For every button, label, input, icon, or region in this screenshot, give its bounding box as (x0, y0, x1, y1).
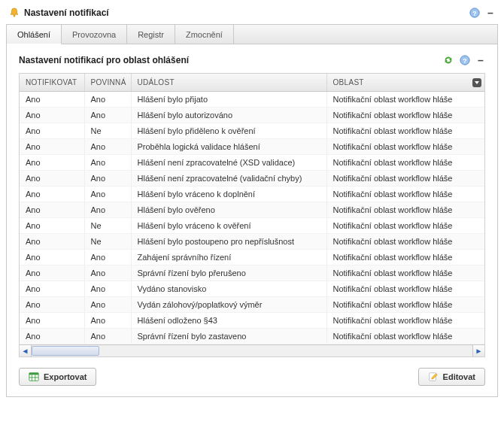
panel-help-icon[interactable]: ? (460, 55, 470, 65)
tabbar: Ohlášení Provozovna Registr Zmocnění (6, 24, 498, 44)
scroll-thumb[interactable] (32, 346, 99, 356)
cell-notif: Ano (20, 218, 84, 234)
spreadsheet-icon (29, 372, 39, 382)
cell-notif: Ano (20, 297, 84, 313)
tab-registr[interactable]: Registr (127, 25, 175, 44)
cell-ud: Správní řízení bylo přerušeno (131, 265, 326, 281)
svg-rect-6 (29, 373, 38, 375)
cell-ud: Hlášení bylo autorizováno (131, 108, 326, 123)
table-row[interactable]: AnoAnoHlášení bylo vráceno k doplněníNot… (20, 187, 484, 202)
cell-ob: Notifikační oblast workflow hláše (326, 234, 484, 250)
table-row[interactable]: AnoAnoProběhla logická validace hlášeníN… (20, 139, 484, 155)
cell-ob: Notifikační oblast workflow hláše (326, 313, 484, 329)
cell-notif: Ano (20, 155, 84, 171)
cell-ob: Notifikační oblast workflow hláše (326, 187, 484, 202)
cell-pov: Ano (84, 313, 131, 329)
panel-subtitle: Nastavení notifikací pro oblast ohlášení (19, 55, 443, 65)
cell-ud: Hlášení není zpracovatelné (validační ch… (131, 171, 326, 187)
table-row[interactable]: AnoAnoHlášení není zpracovatelné (valida… (20, 171, 484, 187)
cell-ud: Hlášení odloženo §43 (131, 313, 326, 329)
cell-pov: Ne (84, 123, 131, 139)
cell-pov: Ne (84, 218, 131, 234)
pencil-icon (428, 372, 439, 382)
edit-button[interactable]: Editovat (418, 368, 485, 386)
scroll-right-icon[interactable]: ► (472, 345, 484, 356)
column-menu-icon[interactable] (472, 78, 481, 87)
cell-ob: Notifikační oblast workflow hláše (326, 202, 484, 218)
cell-ob: Notifikační oblast workflow hláše (326, 139, 484, 155)
cell-ud: Hlášení bylo přiděleno k ověření (131, 123, 326, 139)
panel-minimize-button[interactable] (476, 56, 485, 65)
cell-pov: Ano (84, 250, 131, 265)
svg-point-0 (14, 15, 15, 17)
cell-notif: Ano (20, 329, 84, 344)
edit-button-label: Editovat (443, 372, 475, 381)
table-row[interactable]: AnoAnoVydáno stanoviskoNotifikační oblas… (20, 281, 484, 297)
cell-ud: Proběhla logická validace hlášení (131, 139, 326, 155)
table-row[interactable]: AnoAnoHlášení bylo přijatoNotifikační ob… (20, 92, 484, 108)
cell-notif: Ano (20, 281, 84, 297)
table-row[interactable]: AnoAnoHlášení bylo autorizovánoNotifikač… (20, 108, 484, 123)
cell-pov: Ano (84, 108, 131, 123)
col-udalost[interactable]: UDÁLOST (131, 74, 326, 92)
table-row[interactable]: AnoNeHlášení bylo vráceno k ověřeníNotif… (20, 218, 484, 234)
cell-notif: Ano (20, 313, 84, 329)
cell-ob: Notifikační oblast workflow hláše (326, 297, 484, 313)
cell-notif: Ano (20, 202, 84, 218)
cell-ud: Hlášení není zpracovatelné (XSD validace… (131, 155, 326, 171)
buttonbar: Exportovat Editovat (14, 357, 490, 389)
cell-pov: Ano (84, 139, 131, 155)
cell-notif: Ano (20, 139, 84, 155)
cell-pov: Ano (84, 297, 131, 313)
cell-notif: Ano (20, 234, 84, 250)
minimize-button[interactable] (486, 8, 495, 17)
cell-notif: Ano (20, 123, 84, 139)
export-button[interactable]: Exportovat (19, 368, 96, 386)
cell-notif: Ano (20, 92, 84, 108)
cell-pov: Ano (84, 92, 131, 108)
cell-pov: Ano (84, 202, 131, 218)
table-row[interactable]: AnoNeHlášení bylo přiděleno k ověřeníNot… (20, 123, 484, 139)
cell-ob: Notifikační oblast workflow hláše (326, 92, 484, 108)
cell-ud: Hlášení bylo ověřeno (131, 202, 326, 218)
table-row[interactable]: AnoNeHlášení bylo postoupeno pro nepřísl… (20, 234, 484, 250)
cell-pov: Ano (84, 329, 131, 344)
cell-ud: Hlášení bylo přijato (131, 92, 326, 108)
cell-pov: Ano (84, 171, 131, 187)
col-povinna[interactable]: POVINNÁ (84, 74, 131, 92)
cell-ud: Hlášení bylo vráceno k doplnění (131, 187, 326, 202)
cell-ud: Hlášení bylo postoupeno pro nepříslušnos… (131, 234, 326, 250)
table-row[interactable]: AnoAnoHlášení není zpracovatelné (XSD va… (20, 155, 484, 171)
panel-toolbar: ? (443, 55, 485, 65)
table-row[interactable]: AnoAnoHlášení bylo ověřenoNotifikační ob… (20, 202, 484, 218)
col-notifikovat[interactable]: NOTIFIKOVAT (20, 74, 84, 92)
horizontal-scrollbar[interactable]: ◄ ► (20, 344, 484, 356)
cell-pov: Ano (84, 265, 131, 281)
cell-ob: Notifikační oblast workflow hláše (326, 218, 484, 234)
cell-pov: Ne (84, 234, 131, 250)
cell-notif: Ano (20, 171, 84, 187)
table-row[interactable]: AnoAnoZahájení správního řízeníNotifikač… (20, 250, 484, 265)
table-row[interactable]: AnoAnoSprávní řízení bylo zastavenoNotif… (20, 329, 484, 344)
cell-ob: Notifikační oblast workflow hláše (326, 281, 484, 297)
svg-text:?: ? (472, 10, 476, 17)
table-row[interactable]: AnoAnoVydán zálohový/poplatkový výměrNot… (20, 297, 484, 313)
table-row[interactable]: AnoAnoSprávní řízení bylo přerušenoNotif… (20, 265, 484, 281)
refresh-icon[interactable] (443, 55, 454, 65)
scroll-track[interactable] (32, 345, 472, 356)
help-icon[interactable]: ? (469, 8, 480, 18)
window-controls: ? (469, 8, 495, 18)
panel-header: Nastavení notifikací pro oblast ohlášení… (14, 55, 490, 73)
tab-zmocneni[interactable]: Zmocnění (175, 25, 234, 44)
export-button-label: Exportovat (44, 372, 87, 381)
col-oblast[interactable]: OBLAST (326, 74, 484, 92)
cell-notif: Ano (20, 187, 84, 202)
bell-icon (9, 8, 20, 18)
table-row[interactable]: AnoAnoHlášení odloženo §43Notifikační ob… (20, 313, 484, 329)
window: Nastavení notifikací ? Ohlášení Provozov… (0, 0, 504, 406)
tab-ohlaseni[interactable]: Ohlášení (7, 25, 62, 44)
cell-ob: Notifikační oblast workflow hláše (326, 123, 484, 139)
scroll-left-icon[interactable]: ◄ (20, 345, 32, 356)
tab-provozovna[interactable]: Provozovna (62, 25, 127, 44)
cell-ob: Notifikační oblast workflow hláše (326, 155, 484, 171)
